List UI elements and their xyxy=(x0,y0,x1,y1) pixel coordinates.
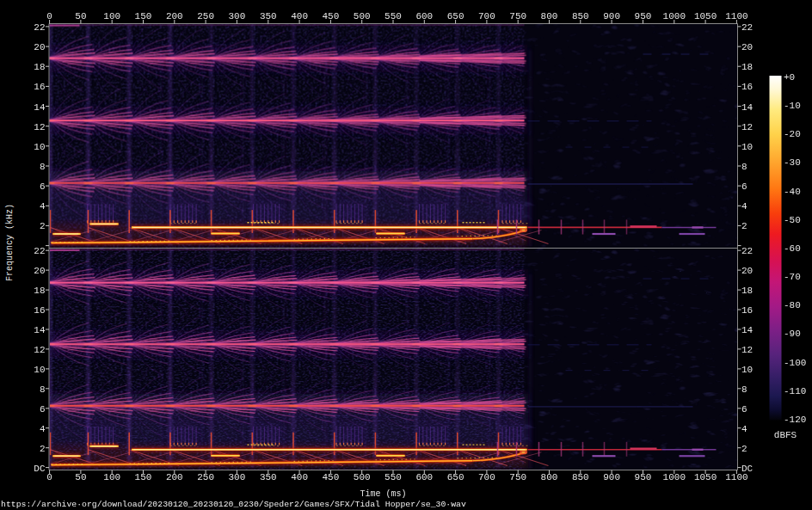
svg-text:600: 600 xyxy=(415,472,433,482)
svg-text:750: 750 xyxy=(509,472,526,482)
svg-text:50: 50 xyxy=(75,11,86,22)
svg-text:900: 900 xyxy=(603,472,620,482)
svg-text:450: 450 xyxy=(322,472,339,482)
svg-text:-110: -110 xyxy=(784,386,806,396)
svg-text:16: 16 xyxy=(34,82,45,92)
svg-text:20: 20 xyxy=(34,266,45,276)
svg-text:+0: +0 xyxy=(784,72,795,83)
svg-text:1000: 1000 xyxy=(663,472,686,482)
svg-text:550: 550 xyxy=(384,11,402,22)
svg-text:600: 600 xyxy=(415,11,433,22)
svg-text:8: 8 xyxy=(741,384,747,395)
svg-text:-20: -20 xyxy=(784,129,801,139)
svg-text:8: 8 xyxy=(40,162,46,172)
svg-text:22: 22 xyxy=(34,246,45,256)
svg-text:700: 700 xyxy=(478,472,495,482)
svg-text:-10: -10 xyxy=(784,101,801,111)
svg-text:100: 100 xyxy=(103,11,120,22)
svg-text:0: 0 xyxy=(46,11,52,22)
svg-text:6: 6 xyxy=(741,181,747,192)
svg-text:250: 250 xyxy=(197,11,214,22)
svg-text:18: 18 xyxy=(741,286,753,296)
svg-text:100: 100 xyxy=(103,472,120,482)
svg-text:10: 10 xyxy=(741,142,753,152)
svg-text:550: 550 xyxy=(384,472,402,482)
svg-text:https://archive·org/download/2: https://archive·org/download/20230120_20… xyxy=(1,500,466,509)
svg-text:1050: 1050 xyxy=(694,472,717,482)
svg-text:-120: -120 xyxy=(784,415,806,425)
svg-text:800: 800 xyxy=(541,472,558,482)
svg-text:650: 650 xyxy=(447,11,464,22)
svg-text:500: 500 xyxy=(354,472,371,482)
svg-text:8: 8 xyxy=(40,384,46,395)
svg-text:-70: -70 xyxy=(784,272,801,282)
svg-text:10: 10 xyxy=(34,142,45,152)
svg-text:950: 950 xyxy=(635,11,652,22)
svg-text:950: 950 xyxy=(635,472,652,482)
svg-text:20: 20 xyxy=(741,266,753,276)
svg-text:200: 200 xyxy=(166,472,183,482)
svg-text:1100: 1100 xyxy=(725,11,747,22)
svg-text:4: 4 xyxy=(40,201,46,212)
svg-text:150: 150 xyxy=(135,11,152,22)
svg-text:16: 16 xyxy=(741,305,753,316)
svg-text:2: 2 xyxy=(741,444,747,454)
svg-text:8: 8 xyxy=(741,162,747,172)
svg-text:12: 12 xyxy=(34,122,45,132)
svg-text:6: 6 xyxy=(40,404,46,415)
svg-text:16: 16 xyxy=(741,82,753,92)
svg-text:14: 14 xyxy=(741,102,754,113)
svg-text:50: 50 xyxy=(75,472,86,482)
svg-text:350: 350 xyxy=(260,11,277,22)
svg-text:18: 18 xyxy=(741,62,753,72)
svg-text:22: 22 xyxy=(741,246,753,256)
svg-text:20: 20 xyxy=(741,42,753,52)
svg-text:650: 650 xyxy=(447,472,464,482)
svg-text:20: 20 xyxy=(34,42,45,52)
svg-text:0: 0 xyxy=(46,472,52,482)
svg-text:700: 700 xyxy=(478,11,495,22)
svg-text:350: 350 xyxy=(260,472,277,482)
svg-text:14: 14 xyxy=(741,325,754,335)
svg-text:200: 200 xyxy=(166,11,183,22)
svg-text:300: 300 xyxy=(228,11,245,22)
svg-text:14: 14 xyxy=(34,325,46,335)
svg-text:-80: -80 xyxy=(784,300,801,310)
svg-text:800: 800 xyxy=(541,11,558,22)
svg-text:400: 400 xyxy=(291,472,308,482)
svg-text:DC: DC xyxy=(34,464,46,474)
svg-text:300: 300 xyxy=(228,472,245,482)
svg-text:Frequency (kHz): Frequency (kHz) xyxy=(5,204,15,281)
svg-text:Time (ms): Time (ms) xyxy=(360,489,406,499)
svg-text:-90: -90 xyxy=(784,329,801,339)
svg-text:-30: -30 xyxy=(784,157,801,168)
svg-text:10: 10 xyxy=(741,365,753,375)
svg-text:10: 10 xyxy=(34,365,45,375)
svg-text:4: 4 xyxy=(741,424,747,434)
svg-text:250: 250 xyxy=(197,472,214,482)
svg-text:6: 6 xyxy=(40,181,46,192)
svg-text:12: 12 xyxy=(741,345,753,355)
svg-text:900: 900 xyxy=(603,11,620,22)
svg-text:DC: DC xyxy=(741,464,754,474)
svg-text:-40: -40 xyxy=(784,187,801,197)
svg-text:500: 500 xyxy=(354,11,371,22)
svg-text:2: 2 xyxy=(40,221,46,231)
svg-text:14: 14 xyxy=(34,102,46,113)
svg-text:18: 18 xyxy=(34,62,45,72)
svg-text:400: 400 xyxy=(291,11,308,22)
svg-text:6: 6 xyxy=(741,404,747,415)
svg-text:450: 450 xyxy=(322,11,339,22)
svg-text:4: 4 xyxy=(40,424,46,434)
svg-text:12: 12 xyxy=(741,122,753,132)
svg-text:850: 850 xyxy=(572,472,589,482)
svg-text:dBFS: dBFS xyxy=(774,430,797,440)
svg-text:2: 2 xyxy=(741,221,747,231)
svg-text:22: 22 xyxy=(741,22,753,33)
svg-text:12: 12 xyxy=(34,345,45,355)
svg-text:1000: 1000 xyxy=(663,11,686,22)
svg-text:850: 850 xyxy=(572,11,589,22)
svg-text:1050: 1050 xyxy=(694,11,717,22)
svg-text:-60: -60 xyxy=(784,243,801,254)
svg-text:22: 22 xyxy=(34,22,45,33)
